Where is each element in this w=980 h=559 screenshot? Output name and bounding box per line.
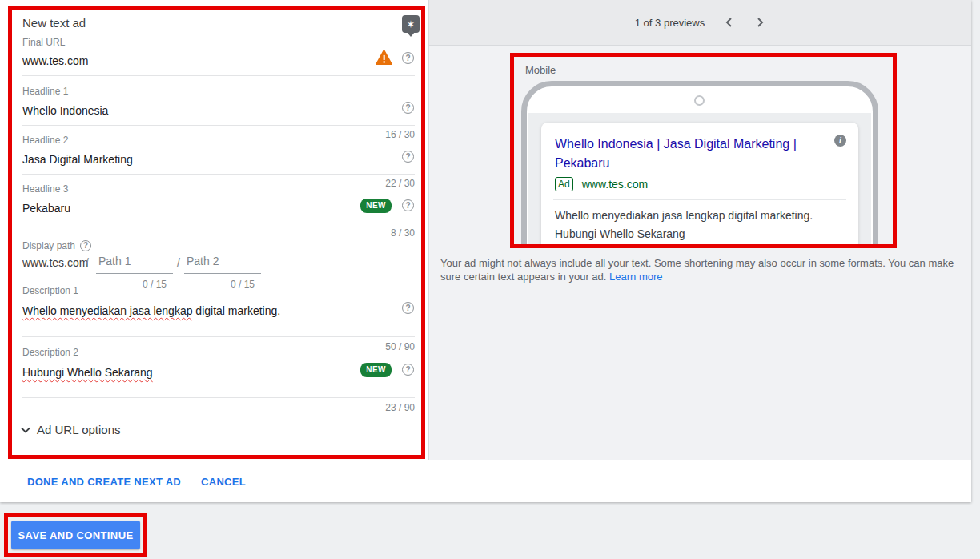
new-text-ad-form: New text ad ✶ Final URL www.tes.com ? He… xyxy=(0,0,429,460)
form-title: New text ad xyxy=(22,16,86,30)
description1-input[interactable]: Whello menyediakan jasa lengkap digital … xyxy=(22,304,359,317)
display-path-help-icon[interactable]: ? xyxy=(80,240,91,251)
description2-help-icon[interactable]: ? xyxy=(402,364,414,376)
new-badge: NEW xyxy=(360,363,392,377)
cancel-button[interactable]: CANCEL xyxy=(201,476,246,488)
new-badge: NEW xyxy=(360,199,392,213)
ad-url-options-label: Ad URL options xyxy=(37,423,121,436)
divider xyxy=(22,75,415,76)
headline1-input[interactable]: Whello Indonesia xyxy=(22,104,108,117)
final-url-help-icon[interactable]: ? xyxy=(402,52,414,64)
description2-counter: 23 / 90 xyxy=(385,402,415,413)
info-icon[interactable]: i xyxy=(834,135,846,147)
headline2-input[interactable]: Jasa Digital Marketing xyxy=(22,153,133,166)
chevron-down-icon xyxy=(21,427,30,433)
ad-preview-card: Whello Indonesia | Jasa Digital Marketin… xyxy=(541,123,858,248)
divider xyxy=(22,223,415,223)
path2-placeholder: Path 2 xyxy=(187,255,219,267)
description1-label: Description 1 xyxy=(22,285,78,296)
path-separator: / xyxy=(177,256,180,269)
ad-url-options-expander[interactable]: Ad URL options xyxy=(21,423,121,436)
chevron-right-icon xyxy=(754,17,765,28)
ad-editor-card: New text ad ✶ Final URL www.tes.com ? He… xyxy=(0,0,971,502)
headline1-counter: 16 / 30 xyxy=(385,129,415,140)
preview-pager-bar: 1 of 3 previews xyxy=(429,0,971,46)
ad-preview-description: Whello menyediakan jasa lengkap digital … xyxy=(555,207,845,243)
ad-preview-panel: Mobile Whello Indonesia | Jasa Digital M… xyxy=(429,46,971,460)
path1-counter: 0 / 15 xyxy=(143,279,167,290)
display-path-label: Display path ? xyxy=(22,240,91,251)
preview-highlight-box: Mobile Whello Indonesia | Jasa Digital M… xyxy=(510,53,897,248)
headline2-counter: 22 / 30 xyxy=(385,178,415,189)
headline3-input[interactable]: Pekabaru xyxy=(22,202,70,215)
path1-placeholder: Path 1 xyxy=(98,255,131,267)
divider xyxy=(22,125,415,126)
headline1-help-icon[interactable]: ? xyxy=(402,102,414,114)
done-and-create-next-ad-button[interactable]: DONE AND CREATE NEXT AD xyxy=(27,476,181,488)
path-separator: / xyxy=(86,256,89,269)
divider xyxy=(22,397,415,398)
save-highlight-box: SAVE AND CONTINUE xyxy=(4,513,147,557)
ad-preview-display-url: www.tes.com xyxy=(582,178,648,191)
preview-disclaimer: Your ad might not always include all you… xyxy=(440,256,961,284)
form-highlight-box xyxy=(8,6,425,459)
phone-mockup: Whello Indonesia | Jasa Digital Marketin… xyxy=(521,81,878,248)
preview-pager-label: 1 of 3 previews xyxy=(635,17,705,29)
description2-input[interactable]: Hubungi Whello Sekarang xyxy=(22,366,153,379)
divider xyxy=(22,336,415,337)
headline2-label: Headline 2 xyxy=(22,135,68,146)
phone-camera-icon xyxy=(694,95,705,106)
ad-badge: Ad xyxy=(555,177,573,191)
final-url-input[interactable]: www.tes.com xyxy=(22,54,88,67)
warning-icon[interactable] xyxy=(376,50,392,65)
ad-suggestion-pin-icon[interactable]: ✶ xyxy=(402,15,420,33)
description1-help-icon[interactable]: ? xyxy=(402,302,414,314)
ad-card-divider xyxy=(553,199,846,200)
learn-more-link[interactable]: Learn more xyxy=(609,271,662,283)
device-label: Mobile xyxy=(525,64,556,76)
save-and-continue-button[interactable]: SAVE AND CONTINUE xyxy=(11,521,140,549)
description2-label: Description 2 xyxy=(22,347,78,358)
ad-preview-headline: Whello Indonesia | Jasa Digital Marketin… xyxy=(555,135,845,173)
next-preview-button[interactable] xyxy=(754,17,765,28)
path1-input[interactable]: Path 1 xyxy=(96,250,173,274)
headline3-label: Headline 3 xyxy=(22,183,68,195)
headline1-label: Headline 1 xyxy=(22,86,68,97)
headline3-counter: 8 / 30 xyxy=(391,227,415,239)
headline3-help-icon[interactable]: ? xyxy=(402,199,414,211)
chevron-left-icon xyxy=(724,17,735,28)
previous-preview-button[interactable] xyxy=(724,17,735,28)
display-path-base-url: www.tes.com xyxy=(22,256,88,269)
headline2-help-icon[interactable]: ? xyxy=(402,151,414,163)
description1-counter: 50 / 90 xyxy=(385,341,415,352)
divider xyxy=(22,174,415,175)
editor-action-bar: DONE AND CREATE NEXT AD CANCEL xyxy=(0,460,971,502)
final-url-label: Final URL xyxy=(22,37,65,48)
phone-screen: Whello Indonesia | Jasa Digital Marketin… xyxy=(528,113,871,248)
path2-input[interactable]: Path 2 xyxy=(184,250,261,274)
path2-counter: 0 / 15 xyxy=(231,279,255,290)
